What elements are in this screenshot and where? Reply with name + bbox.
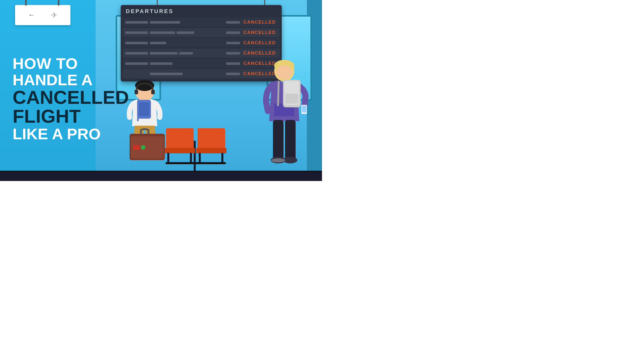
status-cell: CANCELLED xyxy=(242,51,277,56)
svg-point-34 xyxy=(283,157,297,163)
board-row: CANCELLED xyxy=(123,28,280,37)
board-row: CANCELLED xyxy=(123,38,280,48)
title-area: HOW TO HANDLE A CANCELLED FLIGHT LIKE A … xyxy=(13,55,103,142)
svg-point-24 xyxy=(277,65,292,79)
departures-board: DEPARTURES CANCELLED xyxy=(121,5,282,81)
cell-gate xyxy=(226,21,240,24)
cell-gate xyxy=(226,73,240,75)
svg-rect-7 xyxy=(199,153,201,163)
svg-rect-8 xyxy=(221,153,223,163)
svg-rect-3 xyxy=(197,128,225,148)
cancelled-badge: CANCELLED xyxy=(244,51,276,56)
board-row: CANCELLED xyxy=(123,59,280,68)
svg-rect-13 xyxy=(151,90,155,94)
cell-gate xyxy=(226,42,240,44)
svg-rect-12 xyxy=(135,90,138,94)
status-cell: CANCELLED xyxy=(242,20,277,25)
scene: ← ✈ DEPARTURES CANCELLED xyxy=(0,0,322,181)
floor-line xyxy=(0,171,322,171)
status-cell: CANCELLED xyxy=(242,40,277,46)
title-line2: HANDLE A xyxy=(13,72,103,88)
title-line1: HOW TO xyxy=(13,55,103,72)
cell-time xyxy=(125,42,148,44)
cell-flight xyxy=(150,21,224,24)
cancelled-badge: CANCELLED xyxy=(244,40,276,45)
svg-rect-4 xyxy=(196,148,226,153)
svg-rect-31 xyxy=(273,120,284,161)
cancelled-badge: CANCELLED xyxy=(244,30,276,35)
svg-point-35 xyxy=(271,158,285,162)
cell-gate xyxy=(226,52,240,55)
standing-person xyxy=(259,56,314,171)
plane-icon: ✈ xyxy=(51,10,58,20)
cell-time xyxy=(125,62,148,65)
svg-rect-9 xyxy=(166,162,226,164)
arrow-icon: ← xyxy=(28,11,35,19)
title-line4: FLIGHT xyxy=(13,107,103,126)
svg-rect-20 xyxy=(133,145,140,150)
board-row: CANCELLED xyxy=(123,18,280,27)
cell-flight xyxy=(150,52,224,55)
svg-rect-6 xyxy=(190,153,192,163)
airport-sign: ← ✈ xyxy=(15,5,70,25)
board-row: CANCELLED xyxy=(123,49,280,58)
cell-time xyxy=(125,21,148,24)
title-line5: LIKE A PRO xyxy=(13,126,103,142)
cell-gate xyxy=(226,62,240,65)
title-line3: CANCELLED xyxy=(13,88,103,107)
svg-rect-0 xyxy=(194,141,196,171)
floor xyxy=(0,171,322,181)
status-cell: CANCELLED xyxy=(242,30,277,35)
cell-flight xyxy=(150,62,224,65)
cell-flight xyxy=(150,31,224,34)
cell-time xyxy=(125,31,148,34)
cell-flight xyxy=(150,42,224,44)
cell-gate xyxy=(226,31,240,34)
board-title: DEPARTURES xyxy=(126,8,174,14)
svg-rect-30 xyxy=(285,94,298,104)
cell-time xyxy=(125,52,148,55)
svg-rect-27 xyxy=(302,106,306,113)
svg-rect-32 xyxy=(285,120,296,161)
svg-rect-17 xyxy=(139,102,149,116)
cancelled-badge: CANCELLED xyxy=(244,20,276,25)
svg-rect-21 xyxy=(141,145,145,150)
board-header: DEPARTURES xyxy=(121,5,282,17)
sitting-person xyxy=(116,71,174,171)
